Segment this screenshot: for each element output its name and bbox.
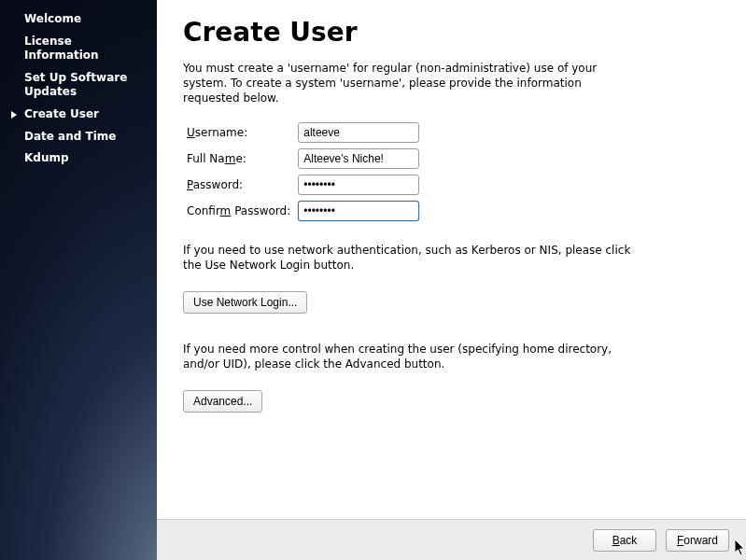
fullname-input[interactable] — [298, 148, 419, 169]
username-label: Username: — [183, 119, 294, 146]
intro-text: You must create a 'username' for regular… — [183, 61, 631, 106]
page-title: Create User — [183, 17, 720, 48]
sidebar-item-welcome[interactable]: Welcome — [6, 9, 151, 30]
sidebar-item-create-user[interactable]: Create User — [6, 105, 151, 125]
confirm-password-label: Confirm Password: — [183, 198, 294, 224]
sidebar-item-license[interactable]: License Information — [6, 32, 151, 66]
user-form: Username: Full Name: Password: Confirm P… — [183, 119, 423, 224]
password-input[interactable] — [298, 175, 419, 195]
main-panel: Create User You must create a 'username'… — [157, 0, 746, 560]
confirm-password-input[interactable] — [298, 201, 419, 221]
sidebar-item-date-time[interactable]: Date and Time — [6, 127, 151, 147]
sidebar-item-software-updates[interactable]: Set Up Software Updates — [6, 68, 151, 103]
password-label: Password: — [183, 172, 294, 198]
navigation-bar: Back Forward — [157, 519, 746, 560]
username-input[interactable] — [298, 122, 419, 143]
setup-sidebar: Welcome License Information Set Up Softw… — [0, 0, 157, 560]
advanced-note: If you need more control when creating t… — [183, 342, 631, 371]
use-network-login-button[interactable]: Use Network Login... — [183, 291, 307, 314]
fullname-label: Full Name: — [183, 146, 294, 172]
content-area: Create User You must create a 'username'… — [157, 0, 746, 519]
network-login-note: If you need to use network authenticatio… — [183, 243, 631, 273]
sidebar-item-kdump[interactable]: Kdump — [6, 148, 151, 169]
back-button[interactable]: Back — [593, 529, 656, 552]
forward-button[interactable]: Forward — [666, 529, 729, 552]
setup-steps-list: Welcome License Information Set Up Softw… — [6, 9, 151, 169]
advanced-button[interactable]: Advanced... — [183, 390, 262, 413]
